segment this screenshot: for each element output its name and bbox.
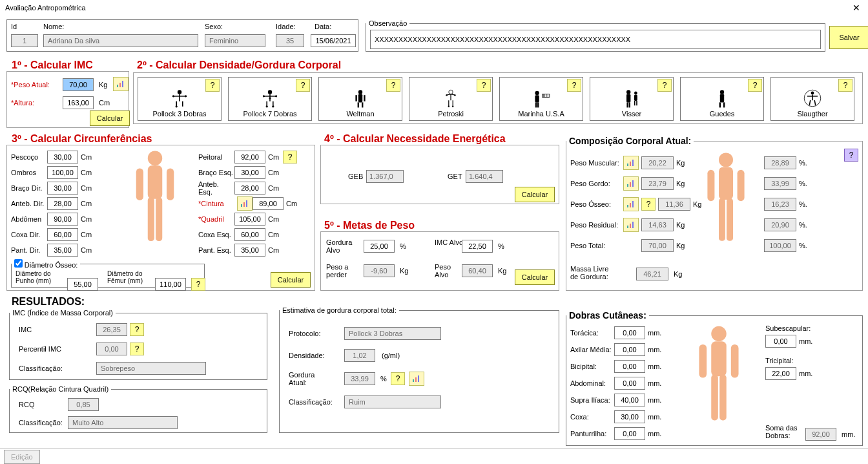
dobra-field[interactable]	[614, 427, 645, 440]
svg-rect-70	[632, 160, 634, 166]
dobra-unit: mm.	[796, 337, 812, 345]
comp-kg-field	[641, 177, 674, 190]
method-help-button[interactable]: ?	[477, 79, 491, 92]
osseo-help-button[interactable]: ?	[641, 198, 656, 211]
dia-help-button[interactable]: ?	[191, 278, 205, 291]
method-petroski[interactable]: ?Petroski	[409, 77, 493, 121]
femur-field[interactable]	[155, 278, 186, 291]
method-marinha-u-s-a[interactable]: ?Marinha U.S.A	[499, 77, 583, 121]
peitoral-help-button[interactable]: ?	[283, 151, 297, 163]
circ-unit: Cm	[265, 231, 279, 238]
gatual-help-button[interactable]: ?	[391, 372, 405, 385]
circ-unit: Cm	[265, 153, 279, 161]
data-field[interactable]	[311, 34, 356, 47]
circ-field[interactable]	[234, 213, 265, 226]
circ-label: Coxa Esq.	[198, 231, 234, 238]
dobra-field[interactable]	[765, 335, 796, 348]
circ-field[interactable]	[47, 182, 78, 195]
svg-rect-90	[711, 341, 727, 376]
comp-chart-icon[interactable]	[623, 218, 639, 232]
svg-point-80	[719, 153, 733, 167]
obs-field[interactable]	[370, 30, 821, 49]
circ-field[interactable]	[47, 244, 78, 257]
method-help-button[interactable]: ?	[748, 79, 762, 92]
dobra-field[interactable]	[765, 367, 796, 380]
circ-field[interactable]	[47, 197, 78, 210]
method-guedes[interactable]: ?Guedes	[680, 77, 764, 121]
s4-calc-button[interactable]: Calcular	[515, 187, 555, 202]
circ-field[interactable]	[234, 166, 265, 179]
circ-field[interactable]	[47, 213, 78, 226]
method-help-button[interactable]: ?	[657, 79, 672, 92]
res-imc-box: IMC (Índice de Massa Corporal) IMC ? Per…	[9, 309, 267, 380]
dobra-field[interactable]	[614, 377, 645, 390]
dobra-field[interactable]	[614, 326, 645, 339]
circ-field[interactable]	[47, 166, 78, 179]
circ-field[interactable]	[47, 151, 78, 163]
dobra-field[interactable]	[614, 394, 645, 406]
altura-field[interactable]	[63, 96, 94, 109]
salvar-button[interactable]: Salvar	[829, 26, 868, 49]
circ-field[interactable]	[234, 244, 265, 257]
s3-calc-button[interactable]: Calcular	[271, 272, 311, 288]
titlebar: Avaliação Antropométrica ✕	[0, 0, 868, 16]
dobra-field[interactable]	[614, 360, 645, 373]
mlg-label: Massa Livre de Gordura:	[570, 265, 615, 280]
punho-field[interactable]	[67, 278, 98, 291]
ga-label: Gordura Alvo	[326, 238, 357, 254]
circ-label: *Cintura	[198, 200, 234, 207]
method-help-button[interactable]: ?	[567, 79, 581, 92]
comp-help-button[interactable]: ?	[844, 149, 858, 162]
svg-rect-68	[627, 163, 628, 166]
method-weltman[interactable]: ?Weltman	[318, 77, 402, 121]
kg-unit: Kg	[96, 81, 107, 89]
method-pollock-7-dobras[interactable]: ?Pollock 7 Dobras	[228, 77, 312, 121]
imc-help-button[interactable]: ?	[130, 323, 144, 336]
ia-field[interactable]	[462, 240, 493, 253]
proto-label: Protocolo:	[289, 330, 321, 337]
method-slaugther[interactable]: ?Slaugther	[770, 77, 854, 121]
method-pollock-3-dobras[interactable]: ?Pollock 3 Dobras	[138, 77, 222, 121]
comp-kg-unit: Kg	[674, 242, 685, 249]
s5-box: Gordura Alvo % IMC Alvo % Peso a perder …	[320, 231, 559, 291]
diametro-check[interactable]	[14, 259, 23, 268]
gatual-chart-icon[interactable]	[409, 372, 424, 386]
circ-unit: Cm	[78, 246, 92, 254]
method-help-button[interactable]: ?	[386, 79, 400, 92]
svg-point-18	[266, 105, 268, 107]
comp-chart-icon[interactable]	[623, 197, 639, 211]
svg-rect-85	[727, 198, 733, 241]
peso-field[interactable]	[63, 78, 94, 91]
circ-field[interactable]	[234, 151, 265, 163]
pa-field	[462, 264, 493, 277]
comp-kg-field	[641, 156, 674, 169]
s1-calc-button[interactable]: Calcular	[90, 111, 130, 126]
pp-field	[364, 264, 395, 277]
circ-field[interactable]	[234, 228, 265, 241]
method-help-button[interactable]: ?	[205, 79, 220, 92]
dobra-unit: mm.	[645, 329, 661, 337]
dobra-field[interactable]	[614, 343, 645, 356]
circ-field[interactable]	[253, 197, 284, 210]
method-help-button[interactable]: ?	[296, 79, 310, 92]
svg-rect-46	[634, 94, 637, 101]
method-visser[interactable]: ?Visser	[590, 77, 674, 121]
comp-kg-unit: Kg	[674, 159, 685, 167]
svg-rect-72	[630, 182, 631, 187]
comp-pct-unit: %.	[796, 221, 807, 229]
circ-field[interactable]	[234, 182, 265, 195]
window-title: Avaliação Antropométrica	[5, 4, 86, 12]
dobra-field[interactable]	[614, 410, 645, 423]
ga-field[interactable]	[364, 240, 395, 253]
comp-chart-icon[interactable]	[623, 156, 639, 170]
s5-calc-button[interactable]: Calcular	[515, 269, 555, 285]
method-help-button[interactable]: ?	[838, 79, 852, 92]
comp-chart-icon[interactable]	[623, 176, 639, 191]
close-icon[interactable]: ✕	[847, 3, 865, 13]
pimc-help-button[interactable]: ?	[130, 343, 144, 355]
chart-icon[interactable]	[113, 77, 129, 91]
rcq-legend: RCQ(Relação Cintura Quadril)	[10, 385, 111, 393]
cintura-chart-icon[interactable]	[237, 196, 253, 211]
svg-point-21	[358, 90, 362, 94]
circ-field[interactable]	[47, 228, 78, 241]
